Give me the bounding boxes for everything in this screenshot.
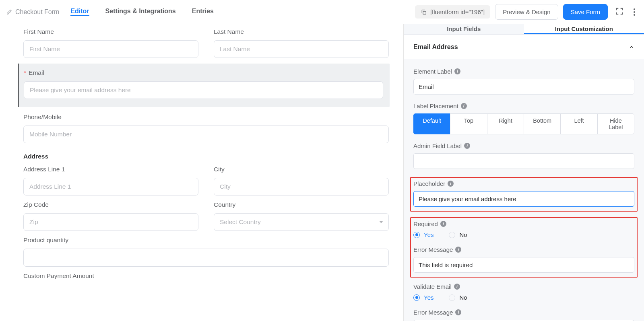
- name-row: First Name Last Name: [23, 28, 389, 58]
- chevron-up-icon: [629, 44, 634, 50]
- svg-rect-0: [423, 11, 426, 14]
- topbar-left: Checkout Form Editor Settings & Integrat…: [6, 8, 214, 16]
- element-label-label: Element Label i: [413, 68, 634, 75]
- info-icon[interactable]: i: [455, 309, 461, 315]
- form-title-text: Checkout Form: [15, 8, 59, 16]
- first-name-input[interactable]: [23, 40, 198, 58]
- last-name-label: Last Name: [214, 28, 389, 35]
- info-icon[interactable]: i: [455, 247, 461, 253]
- radio-icon: [449, 232, 455, 238]
- last-name-field[interactable]: Last Name: [214, 28, 389, 58]
- section-header-email[interactable]: Email Address: [404, 35, 644, 60]
- phone-input[interactable]: [23, 126, 389, 143]
- more-button[interactable]: [631, 6, 638, 18]
- setting-required: Required i Yes No: [413, 220, 634, 238]
- email-label: *Email: [24, 69, 383, 76]
- quantity-input[interactable]: [23, 249, 389, 267]
- placeholder-input[interactable]: [413, 191, 634, 207]
- shortcode-text: [fluentform id="196"]: [430, 8, 485, 15]
- country-field[interactable]: Country: [214, 201, 389, 231]
- error-msg2-label: Error Message i: [413, 309, 634, 316]
- email-field-selected[interactable]: *Email: [18, 64, 390, 107]
- side-tab-input-customization[interactable]: Input Customization: [524, 24, 644, 34]
- tab-entries[interactable]: Entries: [192, 8, 214, 16]
- validate-email-label: Validate Email i: [413, 283, 634, 290]
- address1-input[interactable]: [23, 178, 198, 195]
- shortcode-box[interactable]: [fluentform id="196"]: [415, 5, 490, 19]
- required-no[interactable]: No: [449, 231, 467, 238]
- placement-bottom[interactable]: Bottom: [524, 113, 561, 134]
- country-select[interactable]: [214, 213, 389, 231]
- address-heading: Address: [23, 153, 389, 160]
- placement-right[interactable]: Right: [487, 113, 524, 134]
- placement-top[interactable]: Top: [450, 113, 487, 134]
- placeholder-label: Placeholder i: [413, 180, 634, 187]
- element-label-input[interactable]: [413, 79, 634, 95]
- radio-icon: [413, 232, 420, 238]
- info-icon[interactable]: i: [448, 181, 454, 187]
- address1-label: Address Line 1: [23, 166, 198, 173]
- payment-label: Custom Payment Amount: [23, 272, 389, 280]
- validate-yes[interactable]: Yes: [413, 294, 433, 301]
- side-panel: Input Fields Input Customization Email A…: [403, 24, 644, 321]
- fullscreen-icon: [615, 7, 624, 16]
- placement-left[interactable]: Left: [560, 113, 597, 134]
- setting-element-label: Element Label i: [413, 68, 634, 95]
- setting-error-msg2: Error Message i: [413, 309, 634, 321]
- address1-field[interactable]: Address Line 1: [23, 166, 198, 195]
- preview-button[interactable]: Preview & Design: [495, 4, 558, 20]
- fullscreen-button[interactable]: [613, 4, 626, 19]
- side-tabs: Input Fields Input Customization: [404, 24, 644, 35]
- zip-field[interactable]: Zip Code: [23, 201, 198, 231]
- form-title[interactable]: Checkout Form: [6, 8, 59, 16]
- tab-settings[interactable]: Settings & Integrations: [105, 8, 176, 16]
- setting-label-placement: Label Placement i Default Top Right Bott…: [413, 103, 634, 134]
- section-title: Email Address: [413, 43, 458, 51]
- email-input[interactable]: [24, 81, 383, 99]
- validate-radios: Yes No: [413, 294, 634, 301]
- setting-validate-email: Validate Email i Yes No: [413, 283, 634, 301]
- tab-editor[interactable]: Editor: [70, 8, 89, 16]
- more-vertical-icon: [634, 8, 635, 16]
- payment-field[interactable]: Custom Payment Amount: [23, 272, 389, 280]
- pencil-icon: [6, 9, 12, 15]
- phone-label: Phone/Mobile: [23, 113, 389, 121]
- placeholder-highlight: Placeholder i: [410, 177, 638, 212]
- address-row1: Address Line 1 City: [23, 166, 389, 195]
- admin-label-label: Admin Field Label i: [413, 142, 634, 149]
- admin-label-input[interactable]: [413, 153, 634, 169]
- main-area: First Name Last Name *Email Phone/Mobile…: [0, 24, 644, 321]
- info-icon[interactable]: i: [454, 284, 460, 290]
- info-icon[interactable]: i: [440, 221, 446, 227]
- info-icon[interactable]: i: [461, 103, 467, 109]
- city-label: City: [214, 166, 389, 173]
- setting-admin-label: Admin Field Label i: [413, 142, 634, 169]
- placement-default[interactable]: Default: [413, 113, 450, 134]
- error-msg-label: Error Message i: [413, 246, 634, 253]
- address-row2: Zip Code Country: [23, 201, 389, 231]
- top-bar: Checkout Form Editor Settings & Integrat…: [0, 0, 644, 24]
- error-msg-input[interactable]: [413, 257, 634, 273]
- required-radios: Yes No: [413, 231, 634, 238]
- topbar-right: [fluentform id="196"] Preview & Design S…: [415, 4, 638, 20]
- setting-error-msg: Error Message i: [413, 246, 634, 273]
- last-name-input[interactable]: [214, 40, 389, 58]
- save-button[interactable]: Save Form: [563, 4, 608, 20]
- quantity-field[interactable]: Product quantity: [23, 237, 389, 267]
- quantity-label: Product quantity: [23, 237, 389, 244]
- required-yes[interactable]: Yes: [413, 231, 433, 238]
- radio-icon: [413, 294, 420, 301]
- city-input[interactable]: [214, 178, 389, 195]
- phone-field[interactable]: Phone/Mobile: [23, 113, 389, 143]
- placement-hide[interactable]: Hide Label: [597, 113, 634, 134]
- info-icon[interactable]: i: [454, 68, 460, 74]
- form-editor: First Name Last Name *Email Phone/Mobile…: [0, 24, 403, 321]
- zip-input[interactable]: [23, 213, 198, 231]
- side-tab-input-fields[interactable]: Input Fields: [404, 24, 524, 34]
- city-field[interactable]: City: [214, 166, 389, 195]
- country-select-wrap[interactable]: [214, 213, 389, 231]
- validate-no[interactable]: No: [449, 294, 467, 301]
- first-name-field[interactable]: First Name: [23, 28, 198, 58]
- address-section: Address: [23, 153, 389, 160]
- info-icon[interactable]: i: [464, 143, 470, 149]
